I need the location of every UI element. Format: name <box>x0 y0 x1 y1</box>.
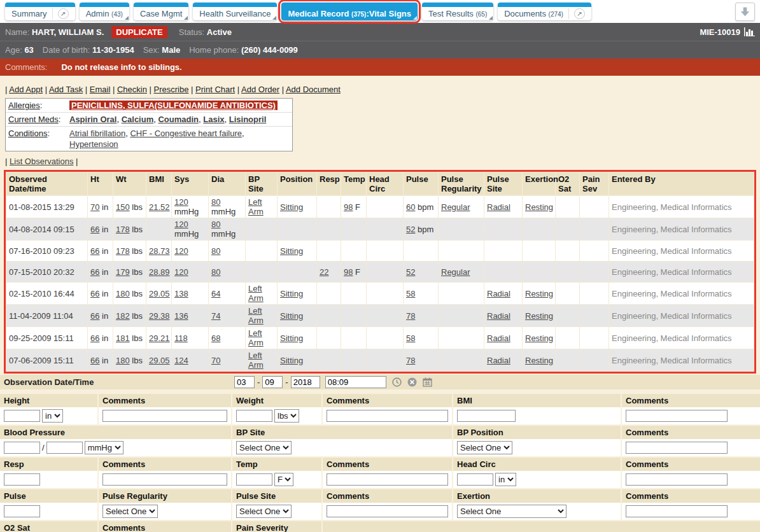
value-link[interactable]: Left Arm <box>248 328 264 347</box>
value-link[interactable]: 28.73 <box>149 246 170 256</box>
value-link[interactable]: Resting <box>525 356 553 365</box>
value-link[interactable]: 138 <box>174 289 188 298</box>
obs-year-input[interactable] <box>291 376 320 388</box>
allergies-link[interactable]: Allergies <box>8 101 40 110</box>
weight-comments-input[interactable] <box>327 410 448 422</box>
list-observations-link[interactable]: List Observations <box>10 157 73 166</box>
value-link[interactable]: Sitting <box>280 246 303 256</box>
value-link[interactable]: 58 <box>406 333 415 343</box>
value-link[interactable]: 28.89 <box>149 267 170 277</box>
time-icon[interactable] <box>392 377 402 387</box>
value-link[interactable]: Regular <box>441 267 470 277</box>
value-link[interactable]: 66 <box>90 311 99 321</box>
height-unit-select[interactable]: in <box>42 409 63 423</box>
med-link[interactable]: Aspirin Oral <box>69 115 116 124</box>
value-link[interactable]: 80 <box>211 267 220 277</box>
action-link-add-order[interactable]: Add Order <box>241 85 279 94</box>
value-link[interactable]: 178 <box>116 246 130 256</box>
value-link[interactable]: 66 <box>90 356 99 365</box>
action-link-email[interactable]: Email <box>90 85 111 94</box>
value-link[interactable]: 179 <box>116 267 130 277</box>
value-link[interactable]: 178 <box>116 225 130 234</box>
value-link[interactable]: Resting <box>525 202 553 212</box>
value-link[interactable]: 70 <box>90 202 99 212</box>
value-link[interactable]: Resting <box>525 311 553 321</box>
value-link[interactable]: 78 <box>406 311 415 321</box>
value-link[interactable]: 68 <box>211 333 220 343</box>
value-link[interactable]: 64 <box>211 289 220 298</box>
med-link[interactable]: Lisinopril <box>229 115 267 124</box>
bmi-comments-input[interactable] <box>626 410 728 422</box>
value-link[interactable]: 78 <box>406 356 415 365</box>
action-link-checkin[interactable]: Checkin <box>117 85 147 94</box>
download-button[interactable] <box>735 3 755 21</box>
value-link[interactable]: Radial <box>487 311 510 321</box>
value-link[interactable]: 70 <box>211 356 220 365</box>
obs-day-input[interactable] <box>262 376 283 388</box>
value-link[interactable]: 66 <box>90 333 99 343</box>
value-link[interactable]: 66 <box>90 267 99 277</box>
exertion-comments-input[interactable] <box>626 505 728 517</box>
value-link[interactable]: 120 <box>174 220 188 229</box>
bp-comments-input[interactable] <box>626 442 728 454</box>
action-link-print-chart[interactable]: Print Chart <box>195 85 235 94</box>
resp-input[interactable] <box>4 473 40 486</box>
value-link[interactable]: Radial <box>487 356 510 365</box>
value-link[interactable]: Regular <box>441 202 470 212</box>
chart-icon[interactable] <box>744 27 755 36</box>
value-link[interactable]: 29.21 <box>149 333 170 343</box>
value-link[interactable]: Left Arm <box>248 197 264 216</box>
value-link[interactable]: 181 <box>116 333 130 343</box>
value-link[interactable]: Sitting <box>280 333 303 343</box>
resp-comments-input[interactable] <box>102 473 227 486</box>
value-link[interactable]: 66 <box>90 225 99 234</box>
bp-position-select[interactable]: Select One <box>457 441 512 454</box>
tab-medical-record[interactable]: Medical Record (375):Vital Signs <box>281 3 418 20</box>
value-link[interactable]: 118 <box>174 333 188 343</box>
bp-diastolic-input[interactable] <box>46 442 83 454</box>
value-link[interactable]: 52 <box>406 225 415 234</box>
weight-unit-select[interactable]: lbs <box>274 409 299 423</box>
current-meds-link[interactable]: Current Meds <box>8 115 59 124</box>
open-new-window-icon[interactable]: ↗ <box>568 8 585 19</box>
bp-unit-select[interactable]: mmHg <box>85 441 123 454</box>
value-link[interactable]: Radial <box>487 333 510 343</box>
condition-link[interactable]: Hypertension <box>69 139 118 149</box>
value-link[interactable]: Sitting <box>280 289 303 298</box>
value-link[interactable]: 98 <box>344 267 353 277</box>
open-new-window-icon[interactable]: ↗ <box>52 8 69 19</box>
value-link[interactable]: 60 <box>406 202 415 212</box>
bp-systolic-input[interactable] <box>4 442 40 454</box>
temp-unit-select[interactable]: F <box>274 473 293 486</box>
value-link[interactable]: 150 <box>116 202 130 212</box>
action-link-add-task[interactable]: Add Task <box>49 85 83 94</box>
value-link[interactable]: 120 <box>174 267 188 277</box>
value-link[interactable]: 180 <box>116 356 130 365</box>
value-link[interactable]: 29.38 <box>149 311 170 321</box>
med-link[interactable]: Lasix <box>203 115 224 124</box>
value-link[interactable]: 74 <box>211 311 220 321</box>
value-link[interactable]: Radial <box>487 202 510 212</box>
tab-test-results[interactable]: Test Results (65) <box>422 3 493 20</box>
value-link[interactable]: 120 <box>174 246 188 256</box>
value-link[interactable]: Resting <box>525 333 553 343</box>
value-link[interactable]: 21.52 <box>149 202 170 212</box>
conditions-link[interactable]: Conditions <box>8 129 47 138</box>
med-link[interactable]: Coumadin <box>158 115 199 124</box>
value-link[interactable]: 66 <box>90 246 99 256</box>
value-link[interactable]: 80 <box>211 220 220 229</box>
bmi-input[interactable] <box>457 410 516 422</box>
obs-time-input[interactable] <box>325 376 386 388</box>
value-link[interactable]: 22 <box>320 267 328 277</box>
value-link[interactable]: 80 <box>211 197 220 207</box>
temp-input[interactable] <box>236 473 272 486</box>
value-link[interactable]: 52 <box>406 267 415 277</box>
value-link[interactable]: 136 <box>174 311 188 321</box>
value-link[interactable]: 29.05 <box>149 356 170 365</box>
clear-icon[interactable] <box>407 377 417 387</box>
value-link[interactable]: Radial <box>487 289 510 298</box>
head-circ-comments-input[interactable] <box>626 473 728 486</box>
tab-documents[interactable]: Documents (274)↗ <box>498 3 591 20</box>
height-input[interactable] <box>4 410 40 422</box>
allergy-value-link[interactable]: PENICILLINS, SULFA(SULFONAMIDE ANTIBIOTI… <box>69 101 278 110</box>
